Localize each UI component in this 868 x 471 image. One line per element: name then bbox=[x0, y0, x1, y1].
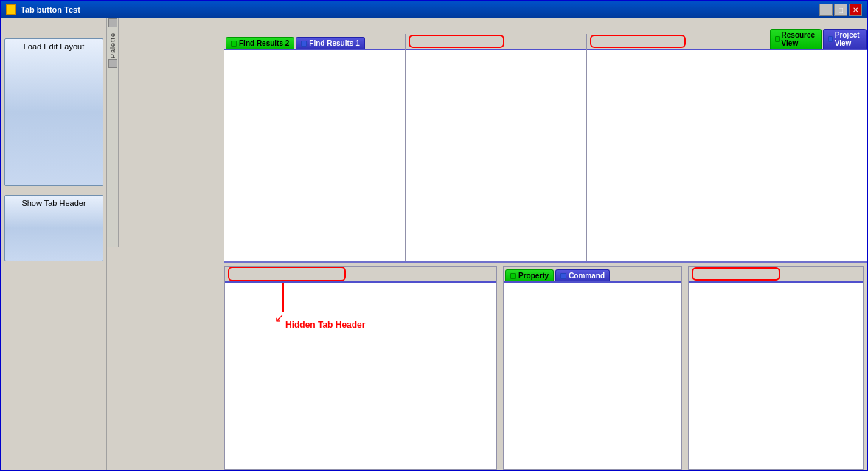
panel2-tabstrip bbox=[406, 34, 586, 50]
palette-strip: Palette bbox=[107, 18, 119, 247]
title-bar-left: Tab button Test bbox=[6, 4, 80, 15]
tab-find-results-2-label: Find Results 2 bbox=[239, 39, 289, 47]
app-icon bbox=[6, 4, 16, 15]
tab-dot-property bbox=[510, 273, 516, 279]
tab-command[interactable]: Command bbox=[555, 269, 610, 281]
palette-handle-2 bbox=[108, 59, 117, 68]
hidden-tab-header-box bbox=[228, 267, 346, 281]
tab-resource-view[interactable]: Resource View bbox=[770, 29, 822, 49]
panel1-content bbox=[224, 50, 405, 261]
tab-dot-green bbox=[231, 41, 237, 47]
annotation-arrow-icon: ↙ bbox=[274, 311, 284, 325]
grid-area: Find Results 2 Find Results 1 bbox=[224, 34, 867, 470]
tab-property-label: Property bbox=[518, 272, 549, 280]
lower-panel2-tabstrip: Property Command bbox=[504, 267, 681, 283]
panel1-tabstrip: Find Results 2 Find Results 1 bbox=[224, 34, 405, 50]
lower-panel3-tabstrip bbox=[689, 267, 863, 283]
annotation-text: Hidden Tab Header bbox=[285, 320, 365, 330]
upper-panel-3 bbox=[587, 34, 768, 261]
lower-panel3-content bbox=[689, 283, 863, 469]
tab-project-label: Project View bbox=[835, 31, 861, 47]
upper-grid: Find Results 2 Find Results 1 bbox=[224, 34, 867, 263]
palette-label: Palette bbox=[109, 32, 117, 58]
upper-panel-2 bbox=[406, 34, 587, 261]
tab-find-results-2[interactable]: Find Results 2 bbox=[226, 37, 294, 49]
left-sidebar: Load Edit Layout Show Tab Header bbox=[1, 18, 107, 470]
show-tab-button[interactable]: Show Tab Header bbox=[4, 195, 103, 261]
maximize-button[interactable]: □ bbox=[834, 4, 847, 16]
title-bar-buttons: − □ ✕ bbox=[819, 4, 862, 16]
main-window: Tab button Test − □ ✕ Load Edit Layout S… bbox=[0, 0, 868, 471]
upper-panel-1: Find Results 2 Find Results 1 bbox=[224, 34, 406, 261]
tab-dot-resource bbox=[775, 36, 780, 42]
lower-panel-3 bbox=[688, 266, 864, 470]
panel3-content bbox=[587, 50, 768, 261]
lower-panel-1: ↙ Hidden Tab Header bbox=[224, 266, 497, 470]
tab-property[interactable]: Property bbox=[505, 269, 554, 281]
tab-dot-project bbox=[828, 36, 833, 42]
lower-panel-2: Property Command bbox=[503, 266, 682, 470]
load-edit-button[interactable]: Load Edit Layout bbox=[4, 38, 103, 186]
layout-wrapper: Palette Find Results 2 bbox=[107, 18, 867, 470]
tab-find-results-1[interactable]: Find Results 1 bbox=[296, 37, 364, 49]
tab-find-results-1-label: Find Results 1 bbox=[309, 39, 359, 47]
close-button[interactable]: ✕ bbox=[849, 4, 862, 16]
window-title: Tab button Test bbox=[21, 5, 80, 14]
panel2-content bbox=[406, 50, 586, 261]
lower-grid: ↙ Hidden Tab Header Property bbox=[224, 263, 867, 470]
main-content: Load Edit Layout Show Tab Header Palette bbox=[1, 18, 867, 470]
tab-resource-label: Resource View bbox=[782, 31, 817, 47]
tab-dot-command bbox=[560, 273, 566, 279]
red-box-lower-right bbox=[692, 267, 780, 281]
title-bar: Tab button Test − □ ✕ bbox=[1, 1, 867, 18]
panel3-tabstrip bbox=[587, 34, 768, 50]
right-upper-content bbox=[768, 50, 867, 261]
annotation-line bbox=[282, 283, 284, 312]
tab-project-view[interactable]: Project View bbox=[823, 29, 867, 49]
upper-panel-right: Resource View Project View bbox=[768, 34, 867, 261]
right-upper-tabstrip: Resource View Project View bbox=[768, 34, 867, 50]
palette-handle-1 bbox=[108, 18, 117, 27]
tab-dot-blue bbox=[301, 41, 307, 47]
minimize-button[interactable]: − bbox=[819, 4, 833, 16]
lower-panel2-content bbox=[504, 283, 681, 469]
lower-panel1-tabstrip bbox=[225, 267, 496, 283]
red-box-panel3 bbox=[590, 35, 686, 48]
tab-command-label: Command bbox=[569, 272, 605, 280]
lower-panel1-content: ↙ Hidden Tab Header bbox=[225, 283, 496, 469]
red-box-panel2 bbox=[409, 35, 504, 48]
